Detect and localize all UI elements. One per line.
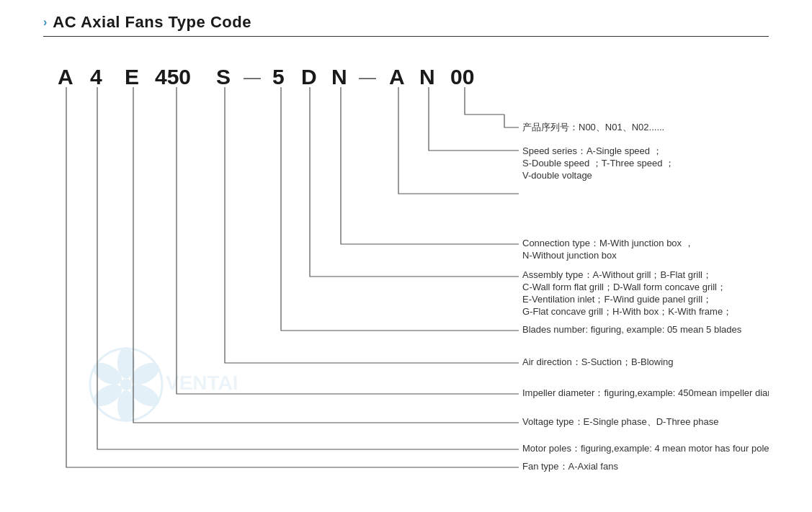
desc-motor-poles: Motor poles：figuring,example: 4 mean mot… xyxy=(522,443,769,454)
header-section: › AC Axial Fans Type Code xyxy=(43,13,769,32)
desc-blades: Blades number: figuring, example: 05 mea… xyxy=(522,324,742,335)
desc-connection-1: Connection type：M-With junction box ， xyxy=(522,238,694,248)
code-dash-1: — xyxy=(244,67,261,86)
chevron-icon: › xyxy=(43,16,47,29)
code-letter-4: 4 xyxy=(90,65,102,89)
code-letter-E: E xyxy=(125,65,139,89)
code-dash-2: — xyxy=(359,67,376,86)
desc-speed-series-3: V-double voltage xyxy=(522,170,592,181)
code-letter-A2: A xyxy=(389,65,405,89)
type-code-diagram: A 4 E 450 S — 5 D N — A N 00 xyxy=(43,50,769,475)
code-letter-N: N xyxy=(331,65,347,89)
code-letter-00: 00 xyxy=(450,65,474,89)
desc-assembly-3: E-Ventilation inlet；F-Wind guide panel g… xyxy=(522,294,712,305)
desc-speed-series-1: Speed series：A-Single speed ； xyxy=(522,145,662,156)
header-divider xyxy=(43,36,769,37)
desc-air-direction: Air direction：S-Suction；B-Blowing xyxy=(522,356,674,367)
page-container: › AC Axial Fans Type Code VENTAI xyxy=(0,0,812,512)
desc-assembly-1: Assembly type：A-Without grill；B-Flat gri… xyxy=(522,269,712,280)
desc-connection-2: N-Without junction box xyxy=(522,250,617,261)
desc-assembly-4: G-Flat concave grill；H-With box；K-With f… xyxy=(522,306,732,317)
desc-assembly-2: C-Wall form flat grill；D-Wall form conca… xyxy=(522,282,726,292)
code-letter-A: A xyxy=(58,65,73,89)
code-letter-450: 450 xyxy=(155,65,191,89)
diagram-area: VENTAI A 4 E 450 S — 5 D N — A xyxy=(43,50,769,475)
code-letter-S: S xyxy=(216,65,231,89)
page-title: AC Axial Fans Type Code xyxy=(53,13,251,32)
desc-product-series: 产品序列号：N00、N01、N02...... xyxy=(522,122,664,133)
desc-voltage: Voltage type：E-Single phase、D-Three phas… xyxy=(522,416,718,427)
desc-fan-type: Fan type：A-Axial fans xyxy=(522,461,618,472)
desc-impeller: Impeller diameter：figuring,example: 450m… xyxy=(522,387,769,398)
desc-speed-series-2: S-Double speed ；T-Three speed ； xyxy=(522,158,674,169)
code-letter-N2: N xyxy=(419,65,435,89)
code-letter-D: D xyxy=(301,65,317,89)
code-letter-5: 5 xyxy=(272,65,285,89)
